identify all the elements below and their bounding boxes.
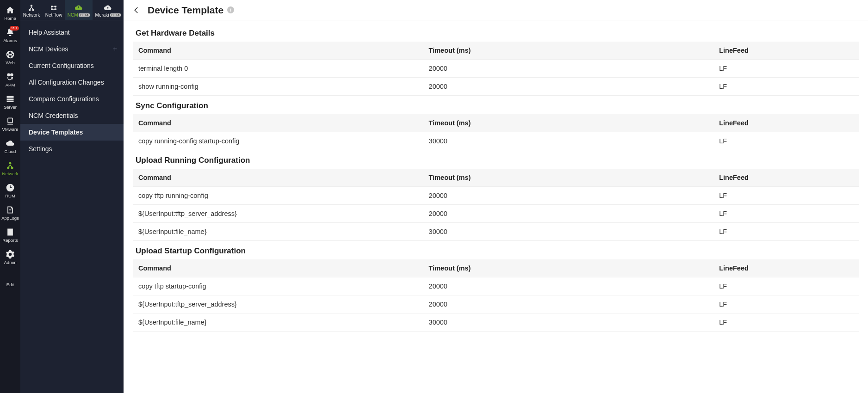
- table-header-row: CommandTimeout (ms)LineFeed: [133, 114, 859, 132]
- th-command: Command: [133, 259, 423, 277]
- th-timeout: Timeout (ms): [423, 259, 714, 277]
- table-row[interactable]: terminal length 020000LF: [133, 60, 859, 78]
- cell-command: ${UserInput:tftp_server_address}: [133, 295, 423, 313]
- back-button[interactable]: [132, 6, 141, 15]
- meraki-icon: [104, 4, 112, 12]
- beta-badge: BETA: [110, 13, 121, 17]
- table-row[interactable]: ${UserInput:file_name}30000LF: [133, 223, 859, 241]
- rail-item-web[interactable]: Web: [0, 46, 20, 68]
- rail-label: Server: [0, 105, 20, 110]
- cell-timeout: 20000: [423, 60, 714, 78]
- table-header-row: CommandTimeout (ms)LineFeed: [133, 42, 859, 60]
- cell-linefeed: LF: [713, 205, 859, 223]
- tab-meraki[interactable]: MerakiBETA: [93, 0, 124, 20]
- rail-item-vmware[interactable]: VMware: [0, 113, 20, 135]
- rail-item-admin[interactable]: Admin: [0, 246, 20, 268]
- submenu-item-compare[interactable]: Compare Configurations: [20, 91, 124, 107]
- rail-item-server[interactable]: Server: [0, 91, 20, 113]
- submenu-item-templates[interactable]: Device Templates: [20, 124, 124, 141]
- network-icon: [27, 4, 36, 12]
- admin-icon: [5, 249, 15, 259]
- th-linefeed: LineFeed: [713, 169, 859, 187]
- th-command: Command: [133, 114, 423, 132]
- rail-item-network[interactable]: Network: [0, 157, 20, 179]
- tab-netflow[interactable]: NetFlow: [43, 0, 65, 20]
- th-linefeed: LineFeed: [713, 42, 859, 60]
- netflow-icon: [50, 4, 58, 12]
- cell-command: terminal length 0: [133, 60, 423, 78]
- arrow-left-icon: [132, 6, 141, 14]
- page-title-text: Device Template: [148, 5, 223, 16]
- submenu-item-changes[interactable]: All Configuration Changes: [20, 74, 124, 91]
- rail-item-home[interactable]: Home: [0, 2, 20, 24]
- cell-command: copy tftp startup-config: [133, 277, 423, 295]
- tab-label: Network: [23, 13, 40, 18]
- rail-item-alarms[interactable]: Alarms99+: [0, 24, 20, 46]
- add-icon[interactable]: +: [113, 45, 117, 53]
- table-row[interactable]: copy tftp running-config20000LF: [133, 187, 859, 205]
- table-row[interactable]: copy tftp startup-config20000LF: [133, 277, 859, 295]
- th-timeout: Timeout (ms): [423, 169, 714, 187]
- cell-linefeed: LF: [713, 187, 859, 205]
- tab-network[interactable]: Network: [20, 0, 43, 20]
- rail-label: Alarms: [0, 38, 20, 43]
- left-rail: HomeAlarms99+WebAPMServerVMwareCloudNetw…: [0, 0, 20, 393]
- submenu-item-help[interactable]: Help Assistant: [20, 24, 124, 41]
- rail-item-cloud[interactable]: Cloud: [0, 135, 20, 157]
- web-icon: [5, 49, 15, 60]
- submenu-item-devices[interactable]: NCM Devices+: [20, 41, 124, 57]
- submenu-label: All Configuration Changes: [29, 79, 104, 86]
- cell-timeout: 20000: [423, 277, 714, 295]
- rail-label: AppLogs: [0, 216, 20, 221]
- rail-label: Admin: [0, 260, 20, 265]
- info-icon[interactable]: i: [227, 6, 234, 13]
- table-row[interactable]: show running-config20000LF: [133, 78, 859, 96]
- cell-timeout: 20000: [423, 205, 714, 223]
- cell-timeout: 30000: [423, 132, 714, 150]
- tab-ncm[interactable]: NCMBETA: [65, 0, 93, 20]
- submenu: Help AssistantNCM Devices+Current Config…: [20, 20, 124, 393]
- network-icon: [5, 160, 15, 171]
- rail-label: Cloud: [0, 149, 20, 154]
- cell-linefeed: LF: [713, 223, 859, 241]
- rail-label: Web: [0, 61, 20, 65]
- vmware-icon: [5, 116, 15, 126]
- cell-linefeed: LF: [713, 132, 859, 150]
- th-command: Command: [133, 42, 423, 60]
- submenu-label: NCM Devices: [29, 45, 68, 53]
- submenu-item-creds[interactable]: NCM Credentials: [20, 107, 124, 124]
- rail-item-rum[interactable]: RUM: [0, 179, 20, 202]
- rail-item-reports[interactable]: Reports: [0, 224, 20, 246]
- secondary-nav: NetworkNetFlowNCMBETAMerakiBETA Help Ass…: [20, 0, 124, 393]
- cell-timeout: 30000: [423, 223, 714, 241]
- submenu-label: Device Templates: [29, 129, 83, 136]
- table-header-row: CommandTimeout (ms)LineFeed: [133, 259, 859, 277]
- cell-linefeed: LF: [713, 78, 859, 96]
- cell-linefeed: LF: [713, 313, 859, 332]
- rail-item-apm[interactable]: APM: [0, 68, 20, 91]
- th-command: Command: [133, 169, 423, 187]
- tab-label: MerakiBETA: [95, 13, 121, 18]
- table-row[interactable]: ${UserInput:tftp_server_address}20000LF: [133, 295, 859, 313]
- main-header: Device Template i: [124, 0, 868, 20]
- cell-command: show running-config: [133, 78, 423, 96]
- cloud-icon: [5, 138, 15, 148]
- rail-label: Home: [0, 16, 20, 21]
- rail-item-edit[interactable]: Edit: [0, 268, 20, 290]
- submenu-item-settings[interactable]: Settings: [20, 141, 124, 157]
- table-row[interactable]: ${UserInput:tftp_server_address}20000LF: [133, 205, 859, 223]
- cell-command: copy tftp running-config: [133, 187, 423, 205]
- table-row[interactable]: ${UserInput:file_name}30000LF: [133, 313, 859, 332]
- tab-label: NetFlow: [45, 13, 62, 18]
- module-tabs: NetworkNetFlowNCMBETAMerakiBETA: [20, 0, 124, 20]
- submenu-label: Compare Configurations: [29, 95, 99, 103]
- rail-item-applogs[interactable]: AppLogs: [0, 202, 20, 224]
- command-table: CommandTimeout (ms)LineFeedterminal leng…: [133, 42, 859, 96]
- table-row[interactable]: copy running-config startup-config30000L…: [133, 132, 859, 150]
- apm-icon: [5, 72, 15, 82]
- cell-timeout: 30000: [423, 313, 714, 332]
- home-icon: [5, 5, 15, 15]
- submenu-item-current[interactable]: Current Configurations: [20, 57, 124, 74]
- table-header-row: CommandTimeout (ms)LineFeed: [133, 169, 859, 187]
- section-title: Get Hardware Details: [133, 23, 859, 42]
